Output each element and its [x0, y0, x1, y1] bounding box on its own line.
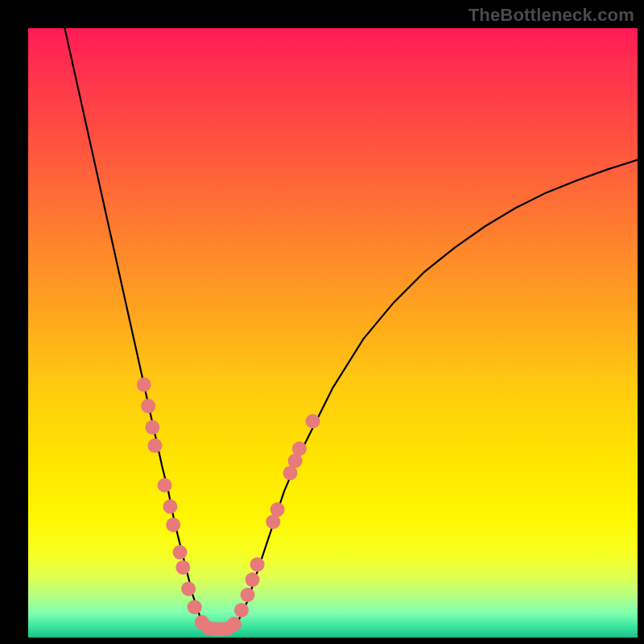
data-point	[241, 588, 255, 602]
data-point	[163, 499, 177, 514]
watermark-text: TheBottleneck.com	[469, 5, 634, 26]
data-point	[181, 581, 196, 596]
data-point	[158, 478, 172, 493]
dots-group	[137, 378, 320, 637]
data-point	[246, 572, 260, 587]
data-point	[306, 414, 320, 428]
data-point	[166, 518, 180, 532]
data-point	[141, 398, 155, 413]
data-point	[145, 420, 159, 435]
data-point	[292, 441, 307, 456]
data-point	[227, 617, 242, 631]
data-point	[137, 378, 151, 392]
data-point	[147, 439, 162, 453]
data-point	[250, 557, 265, 572]
data-point	[234, 603, 249, 617]
data-point	[188, 600, 202, 614]
data-point	[270, 502, 285, 517]
data-point	[175, 560, 190, 575]
data-point	[172, 545, 187, 559]
chart-svg	[28, 28, 638, 638]
bottleneck-curve	[64, 28, 638, 630]
frame: TheBottleneck.com	[0, 0, 644, 644]
plot-area	[28, 28, 638, 638]
